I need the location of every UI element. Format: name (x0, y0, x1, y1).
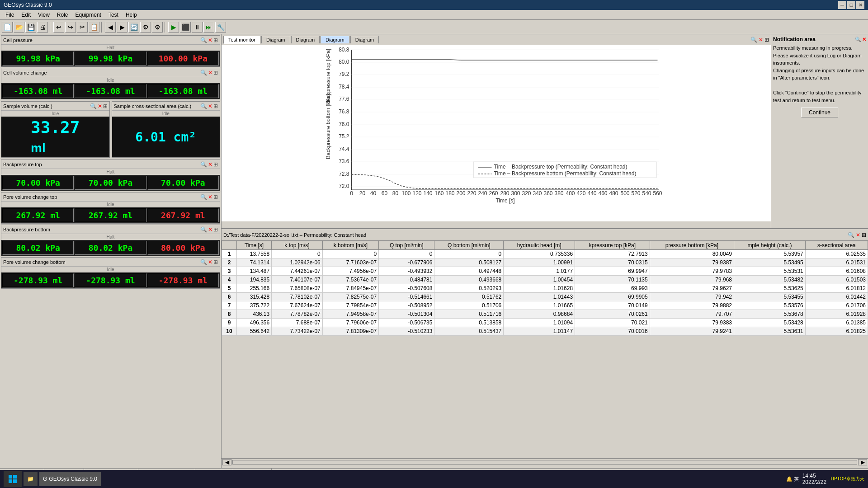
taskbar-geosys[interactable]: G GEOsys Classic 9.0 (39, 472, 101, 486)
next-button[interactable]: ▶ (117, 22, 127, 33)
search-icon-cv[interactable]: 🔍 (200, 70, 207, 76)
close-button[interactable]: ✕ (856, 1, 864, 9)
table-cell: 69.9905 (575, 293, 650, 301)
svg-text:80.8: 80.8 (339, 47, 349, 53)
svg-rect-65 (13, 475, 17, 479)
table-cell: 7.79854e-07 (322, 301, 378, 310)
fast-forward-button[interactable]: ⏭ (203, 22, 214, 33)
pause-button[interactable]: ⏸ (192, 22, 203, 33)
expand-icon-sc[interactable]: ⊞ (213, 103, 218, 109)
close-icon-bb[interactable]: ✕ (208, 226, 212, 233)
cell-volume-idle-label: Idle (1, 77, 220, 83)
search-icon-bb[interactable]: 🔍 (200, 226, 207, 233)
table-search-icon[interactable]: 🔍 (848, 232, 854, 238)
expand-icon-pvb[interactable]: ⊞ (213, 259, 218, 265)
notif-close-icon[interactable]: ✕ (862, 37, 866, 42)
menu-file[interactable]: File (2, 11, 18, 19)
search-icon-pvt[interactable]: 🔍 (200, 194, 207, 200)
cut-button[interactable]: ✂ (77, 22, 88, 33)
menu-help[interactable]: Help (122, 11, 141, 19)
menu-edit[interactable]: Edit (18, 11, 34, 19)
menu-role[interactable]: Role (53, 11, 72, 19)
tab-diagram-2[interactable]: Diagram (291, 36, 320, 43)
tab-expand-icon[interactable]: ⊞ (764, 37, 769, 43)
close-icon-sv[interactable]: ✕ (98, 103, 102, 109)
menu-test[interactable]: Test (105, 11, 122, 19)
print-button[interactable]: 🖨 (37, 22, 48, 33)
open-button[interactable]: 📂 (14, 22, 24, 33)
data-table: Time [s] k top [m/s] k bottom [m/s] Q to… (222, 241, 868, 336)
continue-button[interactable]: Continue (801, 108, 838, 117)
col-k-top: k top [m/s] (272, 241, 323, 250)
table-cell: 79.9627 (650, 284, 734, 293)
search-icon-pvb[interactable]: 🔍 (200, 259, 207, 265)
table-cell: 6.01608 (805, 267, 868, 276)
expand-icon[interactable]: ⊞ (213, 37, 218, 43)
menu-equipment[interactable]: Equipment (72, 11, 105, 19)
search-icon[interactable]: 🔍 (200, 37, 207, 43)
notification-area: Notification area 🔍 ✕ Permeability measu… (771, 34, 868, 228)
expand-icon-bb[interactable]: ⊞ (213, 226, 218, 233)
notif-search-icon[interactable]: 🔍 (855, 37, 861, 42)
undo-button[interactable]: ↩ (53, 22, 64, 33)
minimize-button[interactable]: ─ (838, 1, 846, 9)
refresh-button[interactable]: 🔄 (128, 22, 139, 33)
sample-volume-section: Sample volume (calc.) 🔍 ✕ ⊞ Idle 33.27ml (1, 101, 110, 158)
svg-rect-66 (9, 479, 12, 483)
tab-search-icon[interactable]: 🔍 (750, 37, 757, 43)
svg-text:300: 300 (511, 190, 520, 197)
close-icon-pvb[interactable]: ✕ (208, 259, 212, 265)
table-cell: 7.78782e-07 (272, 310, 323, 319)
expand-icon-sv[interactable]: ⊞ (103, 103, 108, 109)
play-button[interactable]: ▶ (168, 22, 179, 33)
close-icon-sc[interactable]: ✕ (208, 103, 212, 109)
tab-test-monitor[interactable]: Test monitor (223, 36, 260, 44)
save-button[interactable]: 💾 (25, 22, 36, 33)
svg-text:520: 520 (631, 190, 640, 197)
right-panel: Test monitor Diagram Diagram Diagram Dia… (222, 34, 868, 468)
new-button[interactable]: 📄 (2, 22, 13, 33)
data-table-wrapper[interactable]: Time [s] k top [m/s] k bottom [m/s] Q to… (222, 241, 868, 458)
taskbar-file-explorer[interactable]: 📁 (24, 472, 38, 486)
stop-button[interactable]: ⬛ (180, 22, 191, 33)
menu-view[interactable]: View (34, 11, 53, 19)
expand-icon-cv[interactable]: ⊞ (213, 70, 218, 76)
tab-diagram-4[interactable]: Diagram (350, 36, 379, 43)
table-cell: 6.01928 (805, 310, 868, 319)
table-cell: 6.01706 (805, 301, 868, 310)
table-cell: 70.0315 (575, 258, 650, 267)
tab-diagram-1[interactable]: Diagram (261, 36, 290, 43)
close-icon-pvt[interactable]: ✕ (208, 194, 212, 200)
redo-button[interactable]: ↪ (65, 22, 76, 33)
tool2-button[interactable]: ⚙ (152, 22, 163, 33)
table-expand-icon[interactable]: ⊞ (862, 232, 866, 238)
scroll-track[interactable] (232, 460, 857, 465)
tab-diagram-3[interactable]: Diagram (321, 36, 349, 43)
table-cell: 0.497448 (434, 267, 504, 276)
table-close-icon[interactable]: ✕ (856, 232, 860, 238)
window-controls[interactable]: ─ □ ✕ (838, 1, 864, 9)
scroll-right-button[interactable]: ▶ (858, 459, 867, 465)
search-icon-sv[interactable]: 🔍 (90, 103, 97, 109)
table-cell: 255.166 (236, 284, 271, 293)
search-icon-bt[interactable]: 🔍 (200, 161, 207, 168)
search-icon-sc[interactable]: 🔍 (200, 103, 207, 109)
close-icon[interactable]: ✕ (208, 37, 212, 43)
tool1-button[interactable]: ⚙ (140, 22, 151, 33)
table-cell: 79.9783 (650, 267, 734, 276)
tab-controls: 🔍 ✕ ⊞ (750, 37, 769, 43)
table-scrollbar[interactable]: ◀ ▶ (222, 458, 868, 465)
settings-button[interactable]: 🔧 (215, 22, 226, 33)
close-icon-cv[interactable]: ✕ (208, 70, 212, 76)
prev-button[interactable]: ◀ (105, 22, 116, 33)
tab-close-icon[interactable]: ✕ (759, 37, 763, 43)
close-icon-bt[interactable]: ✕ (208, 161, 212, 168)
copy-button[interactable]: 📋 (89, 22, 99, 33)
expand-icon-bt[interactable]: ⊞ (213, 161, 218, 168)
maximize-button[interactable]: □ (847, 1, 855, 9)
svg-text:100: 100 (401, 190, 410, 197)
table-cell: 72.7913 (575, 250, 650, 258)
scroll-left-button[interactable]: ◀ (222, 459, 231, 465)
start-button[interactable] (4, 471, 22, 487)
expand-icon-pvt[interactable]: ⊞ (213, 194, 218, 200)
